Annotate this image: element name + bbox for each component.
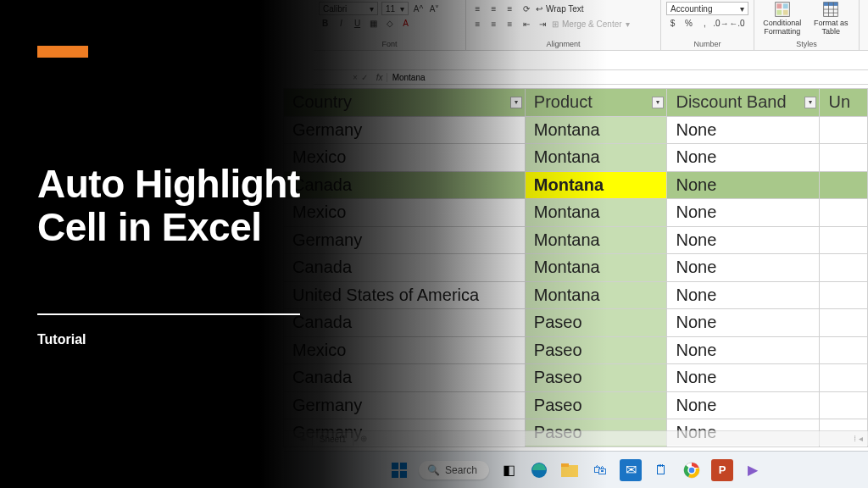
cell[interactable]: Montana [525, 281, 667, 309]
align-bot-icon[interactable]: ≡ [504, 3, 516, 15]
table-row[interactable]: CanadaMontanaNone [284, 171, 868, 199]
align-right-icon[interactable]: ≡ [504, 18, 516, 30]
chrome-icon[interactable] [681, 459, 703, 481]
cell[interactable]: None [667, 309, 820, 337]
cell[interactable] [820, 364, 868, 392]
formula-bar-value[interactable]: Montana [387, 73, 431, 82]
cell[interactable]: Canada [284, 309, 526, 337]
fill-color-button[interactable]: ◇ [383, 17, 396, 30]
bold-button[interactable]: B [319, 17, 331, 30]
start-button[interactable] [388, 459, 410, 481]
cell[interactable] [820, 336, 868, 364]
table-row[interactable]: CanadaPaseoNone [284, 309, 868, 337]
percent-button[interactable]: % [682, 17, 695, 30]
cell[interactable] [820, 171, 868, 199]
cell[interactable]: Germany [284, 116, 526, 144]
cell[interactable]: None [667, 199, 820, 227]
store-icon[interactable]: 🛍 [589, 459, 611, 481]
align-center-icon[interactable]: ≡ [487, 18, 500, 30]
fb-cancel-icon[interactable]: × [353, 73, 358, 82]
table-row[interactable]: MexicoPaseoNone [284, 336, 868, 364]
indent-inc-icon[interactable]: ⇥ [536, 18, 548, 30]
table-row[interactable]: CanadaMontanaNone [284, 254, 868, 282]
cell[interactable] [820, 309, 868, 337]
increase-font-icon[interactable]: A^ [412, 3, 425, 15]
currency-button[interactable]: $ [666, 17, 679, 30]
taskbar-search[interactable]: 🔍 Search [419, 461, 489, 480]
cell[interactable]: None [667, 254, 820, 282]
filter-dropdown-icon[interactable]: ▾ [804, 97, 816, 108]
cell[interactable]: Germany [284, 226, 526, 254]
mail-icon[interactable]: ✉ [620, 459, 642, 481]
cell[interactable]: Paseo [525, 309, 667, 337]
cell[interactable]: Germany [284, 391, 526, 419]
table-row[interactable]: GermanyMontanaNone [284, 116, 868, 144]
cell[interactable]: Montana [525, 144, 667, 172]
cell[interactable]: None [667, 391, 820, 419]
column-header[interactable]: Un [820, 89, 868, 117]
table-row[interactable]: MexicoMontanaNone [284, 144, 868, 172]
cell[interactable] [820, 144, 868, 172]
number-format-select[interactable]: Accounting▾ [666, 2, 748, 15]
underline-button[interactable]: U [351, 17, 364, 30]
border-button[interactable]: ▦ [367, 17, 380, 30]
indent-dec-icon[interactable]: ⇤ [520, 18, 532, 30]
cell[interactable]: Montana [525, 199, 667, 227]
wrap-text-button[interactable]: ↩Wrap Text [536, 2, 584, 15]
cell[interactable]: Paseo [525, 364, 667, 392]
cell[interactable]: Mexico [284, 336, 526, 364]
notes-icon[interactable]: 🗒 [650, 459, 672, 481]
font-name-select[interactable]: Calibri▾ [319, 2, 378, 15]
cell[interactable] [820, 116, 868, 144]
cell[interactable]: None [667, 144, 820, 172]
table-row[interactable]: CanadaPaseoNone [284, 364, 868, 392]
font-color-button[interactable]: A [399, 17, 412, 30]
cell[interactable] [820, 199, 868, 227]
cell[interactable]: Paseo [525, 391, 667, 419]
scroll-indicator[interactable]: ⁞ ◂ [854, 434, 863, 443]
table-row[interactable]: GermanyMontanaNone [284, 226, 868, 254]
align-top-icon[interactable]: ≡ [471, 3, 484, 15]
column-header[interactable]: Product▾ [525, 89, 667, 117]
cell[interactable]: Montana [525, 254, 667, 282]
font-size-select[interactable]: 11▾ [381, 2, 409, 15]
cell[interactable]: None [667, 281, 820, 309]
table-row[interactable]: United States of AmericaMontanaNone [284, 281, 868, 309]
powerpoint-icon[interactable]: P [711, 459, 733, 481]
cell[interactable] [820, 391, 868, 419]
cell[interactable]: Mexico [284, 199, 526, 227]
cell[interactable]: None [667, 364, 820, 392]
orientation-icon[interactable]: ⟳ [520, 3, 532, 15]
inc-decimal-icon[interactable]: .0→ [715, 17, 727, 30]
dec-decimal-icon[interactable]: ←.0 [731, 17, 743, 30]
sheet-tab[interactable]: Sheet1 [312, 432, 354, 446]
italic-button[interactable]: I [335, 17, 348, 30]
table-row[interactable]: GermanyPaseoNone [284, 391, 868, 419]
cell[interactable]: None [667, 171, 820, 199]
edge-icon[interactable] [528, 459, 550, 481]
cell[interactable] [820, 226, 868, 254]
media-icon[interactable]: ▶ [742, 459, 764, 481]
explorer-icon[interactable] [559, 459, 581, 481]
column-header[interactable]: Country▾ [284, 89, 526, 117]
merge-center-button[interactable]: ⊞Merge & Center▾ [552, 17, 630, 30]
decrease-font-icon[interactable]: A˅ [428, 3, 441, 15]
sheet-nav-icons[interactable]: ◂ ▸ [299, 434, 305, 443]
cell[interactable]: None [667, 226, 820, 254]
cell[interactable]: None [667, 116, 820, 144]
comma-button[interactable]: , [698, 17, 711, 30]
cell[interactable]: Mexico [284, 144, 526, 172]
cell[interactable]: Canada [284, 364, 526, 392]
filter-dropdown-icon[interactable]: ▾ [652, 97, 664, 108]
format-as-table-button[interactable]: Format as Table [809, 1, 854, 36]
spreadsheet[interactable]: Country▾Product▾Discount Band▾UnGermanyM… [283, 88, 868, 446]
cell[interactable]: Paseo [525, 336, 667, 364]
column-header[interactable]: Discount Band▾ [667, 89, 820, 117]
cell[interactable] [820, 254, 868, 282]
cell[interactable]: United States of America [284, 281, 526, 309]
cell[interactable]: Montana [525, 116, 667, 144]
cell[interactable]: Montana [525, 171, 667, 199]
fb-confirm-icon[interactable]: ✓ [361, 73, 368, 82]
align-left-icon[interactable]: ≡ [471, 18, 484, 30]
align-mid-icon[interactable]: ≡ [487, 3, 500, 15]
